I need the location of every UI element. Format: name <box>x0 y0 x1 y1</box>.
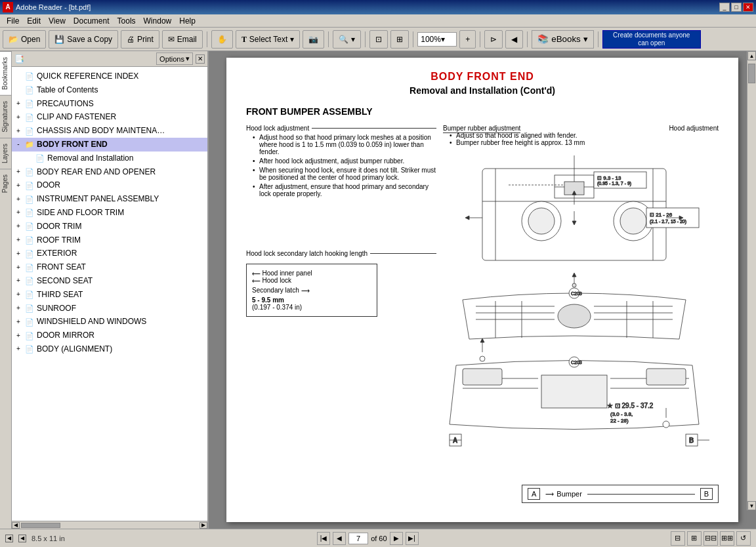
expand-icon[interactable]: + <box>14 318 22 326</box>
expand-icon[interactable]: + <box>14 222 22 230</box>
sidebar-item-toc[interactable]: 📄 Table of Contents <box>12 83 207 97</box>
sidebar-item-second-seat[interactable]: + 📄 SECOND SEAT <box>12 274 207 288</box>
zoom-dropdown-arrow[interactable]: ▾ <box>441 35 445 44</box>
fit-page-button[interactable]: ⊡ <box>369 30 388 49</box>
continuous-facing-button[interactable]: ⊞⊞ <box>720 531 734 546</box>
expand-icon[interactable]: + <box>14 168 22 176</box>
sidebar-item-chassis[interactable]: + 📄 CHASSIS AND BODY MAINTENANCE <box>12 124 207 138</box>
menu-window[interactable]: Window <box>140 15 176 27</box>
sidebar-item-roof-trim[interactable]: + 📄 ROOF TRIM <box>12 233 207 247</box>
window-controls[interactable]: _ □ ✕ <box>719 3 753 12</box>
sidebar-scrollbar[interactable]: ◀ ▶ <box>12 521 207 529</box>
collapse-icon[interactable]: - <box>14 140 22 148</box>
continuous-button[interactable]: ⊞ <box>687 531 702 546</box>
maximize-button[interactable]: □ <box>731 3 742 12</box>
first-page-button[interactable]: |◀ <box>317 532 330 545</box>
sidebar-item-exterior[interactable]: + 📄 EXTERIOR <box>12 247 207 260</box>
tab-pages[interactable]: Pages <box>0 169 11 198</box>
sidebar-item-clip[interactable]: + 📄 CLIP AND FASTENER <box>12 110 207 124</box>
save-button[interactable]: 💾 Save a Copy <box>49 30 118 49</box>
expand-icon[interactable]: + <box>14 209 22 216</box>
menu-help[interactable]: Help <box>175 15 200 27</box>
sidebar-item-front-seat[interactable]: + 📄 FRONT SEAT <box>12 260 207 274</box>
snapshot-button[interactable]: 📷 <box>303 30 324 49</box>
scroll-left-button[interactable]: ◀ <box>12 522 20 529</box>
sidebar-item-side-floor[interactable]: + 📄 SIDE AND FLOOR TRIM <box>12 206 207 220</box>
sidebar-item-door[interactable]: + 📄 DOOR <box>12 178 207 192</box>
sidebar-item-body-front[interactable]: - 📁 BODY FRONT END <box>12 138 207 152</box>
zoom-out-button[interactable]: 🔍 ▾ <box>333 30 361 49</box>
sidebar-item-door-trim[interactable]: + 📄 DOOR TRIM <box>12 220 207 233</box>
nav-tools-button[interactable]: ⊳ <box>484 30 503 49</box>
sidebar-item-door-mirror[interactable]: + 📄 DOOR MIRROR <box>12 329 207 342</box>
scroll-down-button[interactable]: ▼ <box>747 501 756 510</box>
menu-file[interactable]: File <box>3 15 23 27</box>
sidebar-item-third-seat[interactable]: + 📄 THIRD SEAT <box>12 288 207 302</box>
sidebar-item-body-rear[interactable]: + 📄 BODY REAR END AND OPENER <box>12 165 207 179</box>
page-number-input[interactable] <box>348 533 368 544</box>
reflow-button[interactable]: ↺ <box>736 531 751 546</box>
sidebar-item-quick-ref[interactable]: 📄 QUICK REFERENCE INDEX <box>12 70 207 83</box>
expand-icon[interactable]: + <box>14 250 22 258</box>
expand-icon[interactable]: + <box>14 291 22 298</box>
expand-icon[interactable]: + <box>14 236 22 244</box>
left-expand-button[interactable]: ◀ <box>5 535 13 542</box>
single-page-button[interactable]: ⊟ <box>671 531 685 546</box>
hood-lock-section: Hood lock adjustment • Adjust hood so th… <box>246 125 436 197</box>
ebooks-button[interactable]: 📚 eBooks ▾ <box>532 30 593 49</box>
email-button[interactable]: ✉ Email <box>162 30 203 49</box>
prev-page-toolbar-button[interactable]: ◀ <box>505 30 523 49</box>
sidebar-item-precautions[interactable]: + 📄 PRECAUTIONS <box>12 97 207 111</box>
scroll-up-button[interactable]: ▲ <box>747 51 756 60</box>
tab-layers[interactable]: Layers <box>0 138 11 169</box>
separator-3 <box>365 31 366 47</box>
select-text-button[interactable]: 𝐓 Select Text ▾ <box>236 30 300 49</box>
expand-icon[interactable]: + <box>14 264 22 272</box>
last-page-button[interactable]: ▶| <box>406 532 419 545</box>
sidebar-close-button[interactable]: ✕ <box>196 54 205 64</box>
collapse-icon[interactable]: + <box>14 100 22 108</box>
sidebar-item-windshield[interactable]: + 📄 WINDSHIELD AND WINDOWS <box>12 315 207 329</box>
menu-view[interactable]: View <box>45 15 70 27</box>
expand-icon[interactable]: + <box>14 113 22 121</box>
next-page-button[interactable]: ▶ <box>390 532 403 545</box>
scroll-left-status[interactable]: ◀ <box>18 535 26 542</box>
menu-tools[interactable]: Tools <box>114 15 140 27</box>
sidebar-header: 📑 Options ▾ ✕ <box>12 51 207 67</box>
menu-document[interactable]: Document <box>70 15 114 27</box>
expand-icon[interactable]: + <box>14 345 22 353</box>
right-scrollbar[interactable]: ▲ ▼ <box>747 51 756 510</box>
minimize-button[interactable]: _ <box>719 3 730 12</box>
sidebar-item-instrument[interactable]: + 📄 INSTRUMENT PANEL ASSEMBLY <box>12 192 207 206</box>
expand-icon[interactable]: + <box>14 304 22 312</box>
tab-signatures[interactable]: Signatures <box>0 95 11 138</box>
scroll-right-button[interactable]: ▶ <box>200 522 207 529</box>
svg-text:⊡ 21 - 26: ⊡ 21 - 26 <box>650 212 673 218</box>
scroll-thumb[interactable] <box>748 64 755 83</box>
folder-doc-icon: 📄 <box>25 344 34 354</box>
create-docs-button[interactable]: Create documents anyone can open <box>602 30 701 49</box>
facing-button[interactable]: ⊟⊟ <box>704 531 718 546</box>
tab-bookmarks[interactable]: Bookmarks <box>0 51 11 95</box>
zoom-in-button[interactable]: + <box>459 30 476 49</box>
scroll-thumb[interactable] <box>21 523 60 528</box>
sidebar-item-removal[interactable]: 📄 Removal and Installation <box>12 152 207 165</box>
sidebar-item-body-align[interactable]: + 📄 BODY (ALIGNMENT) <box>12 342 207 356</box>
menu-edit[interactable]: Edit <box>23 15 45 27</box>
sidebar-content: 📄 QUICK REFERENCE INDEX 📄 Table of Conte… <box>12 67 207 521</box>
expand-icon[interactable]: + <box>14 277 22 285</box>
expand-icon[interactable]: + <box>14 182 22 190</box>
fit-width-button[interactable]: ⊞ <box>390 30 409 49</box>
prev-page-button[interactable]: ◀ <box>333 532 346 545</box>
print-button[interactable]: 🖨 Print <box>121 30 159 49</box>
expand-icon[interactable]: + <box>14 332 22 340</box>
sidebar-item-sunroof[interactable]: + 📄 SUNROOF <box>12 302 207 315</box>
open-button[interactable]: 📂 Open <box>3 30 46 49</box>
hand-tool-button[interactable]: ✋ <box>211 30 233 49</box>
expand-icon[interactable]: + <box>14 195 22 203</box>
sidebar-options-button[interactable]: Options ▾ <box>156 52 193 65</box>
pdf-scroll-area[interactable]: BODY FRONT END Removal and Installation … <box>209 51 756 529</box>
expand-icon[interactable]: + <box>14 127 22 135</box>
list-item: • Adjust so that hood is aligned with fe… <box>450 132 585 139</box>
close-button[interactable]: ✕ <box>743 3 753 12</box>
